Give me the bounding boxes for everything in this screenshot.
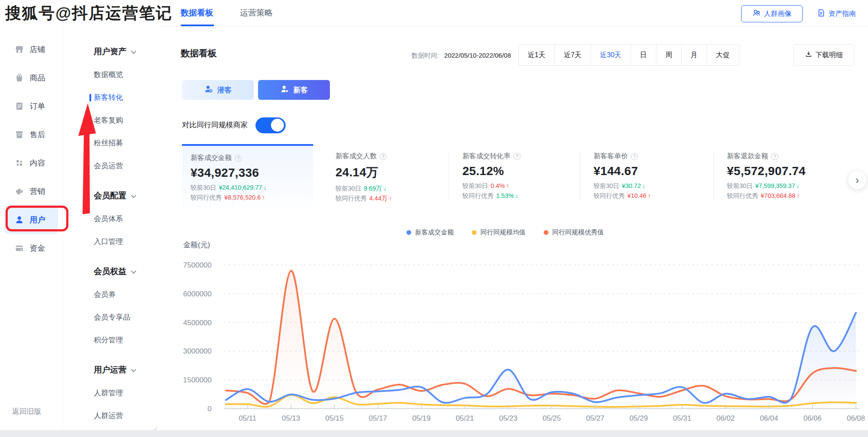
range-button-7d[interactable]: 近7天 — [555, 45, 591, 65]
metric-delta-prefix: 较前30日 — [462, 182, 488, 189]
y-tick-label: 4500000 — [183, 319, 212, 327]
download-detail-button[interactable]: 下载明细 — [793, 44, 854, 66]
submenu-group-member-config: 会员配置会员体系入口管理 — [63, 184, 157, 253]
asset-guide-link[interactable]: 资产指南 — [817, 5, 856, 22]
range-button-1d[interactable]: 近1天 — [519, 45, 555, 65]
sidebar-item-order[interactable]: 订单 — [0, 92, 62, 120]
range-button-30d[interactable]: 近30天 — [591, 45, 631, 65]
metric-card-new-customer-count[interactable]: 新客成交人数?24.14万较前30日9.69万↓较同行优秀4.44万↑ — [329, 144, 445, 209]
back-to-old-version-link[interactable]: 返回旧版 — [12, 406, 41, 416]
metric-delta-row: 较同行优秀¥8,576,520.6↑ — [191, 193, 313, 203]
legend-item[interactable]: 同行同规模均值 — [472, 228, 526, 237]
metric-delta-row: 较同行优秀4.44万↑ — [336, 194, 445, 203]
submenu-item-crowd-operation[interactable]: 人群运营 — [63, 404, 157, 427]
legend-label: 同行同规模优秀值 — [552, 228, 604, 237]
legend-label: 新客成交金额 — [415, 228, 454, 237]
range-button-month[interactable]: 月 — [682, 45, 707, 65]
metric-card-new-customer-aov[interactable]: 新客客单价?¥144.67较前30日¥30.72↓较同行优秀¥10.46↑ — [587, 144, 703, 209]
submenu-item-crowd-management[interactable]: 人群管理 — [63, 382, 157, 404]
submenu-item-new-customer-conversion[interactable]: 新客转化 — [63, 86, 157, 109]
help-icon[interactable]: ? — [235, 155, 242, 162]
metric-value: ¥34,927,336 — [191, 166, 313, 180]
sidebar-item-shop[interactable]: 店铺 — [0, 35, 62, 64]
metric-delta-value: ¥30.72 — [622, 182, 641, 189]
chevron-down-icon — [131, 48, 136, 54]
guide-doc-icon — [817, 9, 825, 19]
legend-item[interactable]: 新客成交金额 — [406, 228, 454, 237]
sidebar-item-goods[interactable]: 商品 — [0, 64, 62, 92]
x-tick-label: 05/23 — [499, 414, 517, 422]
submenu-group-title-member-benefits[interactable]: 会员权益 — [63, 260, 157, 283]
chart-legend: 新客成交金额同行同规模均值同行同规模优秀值 — [406, 228, 604, 237]
range-button-promo[interactable]: 大促 — [707, 45, 739, 65]
sidebar-item-label: 营销 — [30, 186, 45, 197]
revenue-trend-chart: 金额(元)01500000300000045000006000000750000… — [163, 238, 865, 430]
left-sidebar-nav: 店铺商品订单售后内容营销用户资金 — [0, 35, 62, 262]
compare-toggle[interactable] — [255, 117, 286, 133]
crowd-portrait-button[interactable]: 人群画像 — [741, 5, 803, 22]
goods-icon — [15, 73, 24, 83]
user-icon — [15, 215, 24, 225]
legend-dot — [544, 230, 548, 235]
submenu-item-member-exclusive[interactable]: 会员专享品 — [63, 306, 157, 329]
metric-delta-row: 较前30日0.4%↑ — [462, 181, 572, 191]
metric-delta-row: 较前30日¥24,410,629.77↓ — [191, 183, 313, 193]
metric-card-new-customer-refund[interactable]: 新客退款金额?¥5,572,907.74较前30日¥7,599,359.37↓较… — [720, 144, 837, 209]
sidebar-item-label: 资金 — [30, 243, 45, 253]
segment-prospect-button[interactable]: 潜客 — [182, 80, 254, 100]
metric-label: 新客客单价? — [594, 152, 703, 161]
prospect-customer-icon — [204, 84, 213, 96]
funds-icon — [15, 243, 24, 253]
metric-delta-prefix: 较前30日 — [727, 182, 753, 189]
tab-strategy[interactable]: 运营策略 — [240, 7, 273, 18]
submenu-group-title-member-config[interactable]: 会员配置 — [63, 184, 157, 207]
submenu-group-title-user-assets[interactable]: 用户资产 — [63, 40, 157, 63]
metric-label: 新客退款金额? — [727, 152, 837, 161]
help-icon[interactable]: ? — [514, 153, 520, 160]
submenu-group-title-user-operation[interactable]: 用户运营 — [63, 358, 157, 382]
metric-delta-value: ¥703,664.88 — [761, 192, 796, 199]
submenu-item-member-operation[interactable]: 会员运营 — [63, 154, 157, 177]
data-time-range: 2022/05/10-2022/06/08 — [444, 52, 511, 59]
legend-item[interactable]: 同行同规模优秀值 — [544, 228, 604, 237]
sidebar-item-funds[interactable]: 资金 — [0, 234, 62, 262]
submenu-item-member-coupon[interactable]: 会员券 — [63, 283, 157, 306]
submenu-item-data-overview[interactable]: 数据概览 — [63, 63, 157, 86]
new-customer-icon — [280, 84, 289, 96]
segment-new-button[interactable]: 新客 — [258, 80, 330, 100]
download-icon — [805, 50, 813, 60]
metric-card-new-customer-gmv[interactable]: 新客成交金额?¥34,927,336较前30日¥24,410,629.77↓较同… — [182, 144, 313, 209]
left-sidebar: 店铺商品订单售后内容营销用户资金 返回旧版 — [0, 0, 62, 430]
data-time-label: 数据时间: — [412, 52, 439, 59]
submenu-item-points-management[interactable]: 积分管理 — [63, 329, 157, 351]
tab-dashboard[interactable]: 数据看板 — [181, 7, 213, 18]
help-icon[interactable]: ? — [631, 153, 638, 160]
y-tick-label: 7500000 — [183, 261, 212, 269]
help-icon[interactable]: ? — [771, 153, 778, 160]
metrics-scroll-next-button[interactable]: › — [848, 171, 866, 189]
submenu-item-member-system[interactable]: 会员体系 — [63, 207, 157, 230]
submenu-group-user-operation: 用户运营人群管理人群运营 — [63, 358, 157, 427]
submenu-item-entry-management[interactable]: 入口管理 — [63, 230, 157, 253]
legend-dot — [406, 230, 411, 235]
submenu-group-member-benefits: 会员权益会员券会员专享品积分管理 — [63, 260, 157, 351]
sidebar-item-content[interactable]: 内容 — [0, 149, 62, 177]
metric-card-new-customer-cvr[interactable]: 新客成交转化率?25.12%较前30日0.4%↑较同行优秀1.53%↓ — [456, 144, 572, 209]
x-tick-label: 06/06 — [803, 414, 822, 422]
range-button-day[interactable]: 日 — [631, 45, 656, 65]
range-button-week[interactable]: 周 — [656, 45, 682, 65]
sidebar-item-marketing[interactable]: 营销 — [0, 177, 62, 206]
sidebar-item-aftersale[interactable]: 售后 — [0, 120, 62, 149]
y-tick-label: 0 — [208, 405, 212, 413]
download-label: 下载明细 — [816, 51, 843, 60]
submenu-item-fans-recruit[interactable]: 粉丝招募 — [63, 132, 157, 154]
metric-label: 新客成交转化率? — [462, 152, 572, 161]
page-title: 数据看板 — [181, 47, 217, 59]
help-icon[interactable]: ? — [380, 153, 387, 160]
sub-sidebar: 用户资产数据概览新客转化老客复购粉丝招募会员运营会员配置会员体系入口管理会员权益… — [62, 0, 157, 430]
sidebar-item-user[interactable]: 用户 — [4, 206, 58, 234]
arrow-up-icon: ↑ — [797, 192, 800, 199]
metric-delta-prefix: 较同行优秀 — [191, 194, 222, 201]
submenu-item-repeat-purchase[interactable]: 老客复购 — [63, 109, 157, 132]
metric-value: 25.12% — [462, 164, 572, 178]
